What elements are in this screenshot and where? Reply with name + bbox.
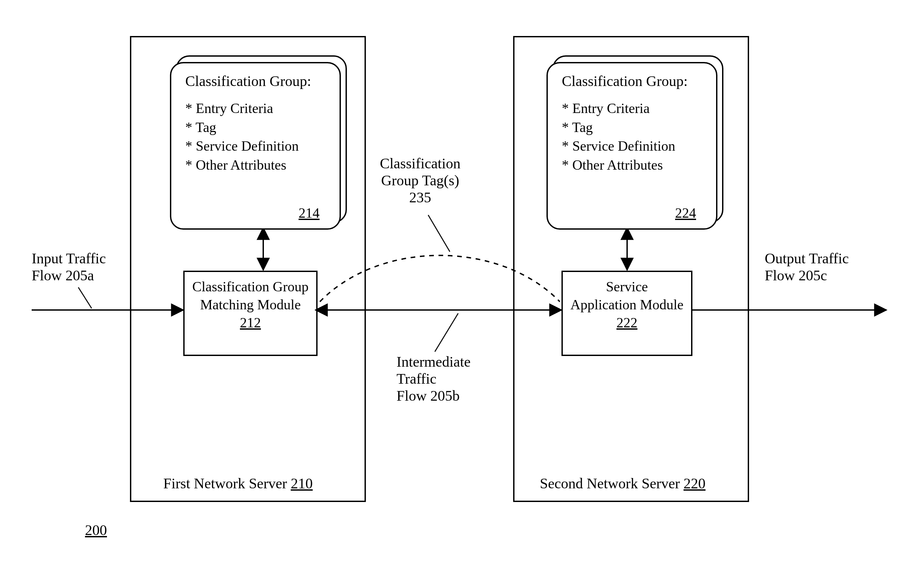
input-traffic-flow-label: Input Traffic Flow 205a (32, 250, 106, 284)
tags-l1: Classification (380, 155, 461, 172)
card-2-ref: 224 (675, 205, 696, 221)
module-2-line1: Service (563, 278, 691, 296)
second-network-server-label-text: Second Network Server (540, 475, 683, 492)
input-traffic-flow-l2: Flow 205a (32, 267, 106, 284)
card-2-item: * Service Definition (562, 137, 716, 156)
tags-l2: Group Tag(s) (380, 172, 461, 189)
module-2-ref: 222 (563, 314, 691, 332)
card-1-list: * Entry Criteria * Tag * Service Definit… (185, 99, 339, 175)
classification-group-matching-module: Classification Group Matching Module 212 (183, 271, 317, 356)
module-1-line1: Classification Group (184, 278, 316, 296)
diagram-canvas: Classification Group: * Entry Criteria *… (0, 0, 924, 573)
output-traffic-flow-l2: Flow 205c (765, 267, 849, 284)
card-2-item: * Tag (562, 118, 716, 137)
card-2-title: Classification Group: (562, 73, 716, 90)
card-1-item: * Other Attributes (185, 156, 339, 175)
card-2-item: * Other Attributes (562, 156, 716, 175)
service-application-module: Service Application Module 222 (561, 271, 693, 356)
module-2-line2: Application Module (563, 296, 691, 314)
classification-group-card-2: Classification Group: * Entry Criteria *… (546, 62, 718, 230)
intermediate-traffic-flow-label: Intermediate Traffic Flow 205b (397, 353, 471, 404)
tags-l3: 235 (380, 189, 461, 206)
card-2-item: * Entry Criteria (562, 99, 716, 118)
module-1-ref: 212 (184, 314, 316, 332)
module-1-line2: Matching Module (184, 296, 316, 314)
card-1-item: * Service Definition (185, 137, 339, 156)
intermediate-l2: Traffic (397, 370, 471, 387)
card-1-item: * Entry Criteria (185, 99, 339, 118)
input-traffic-flow-l1: Input Traffic (32, 250, 106, 267)
pointer-input-flow (78, 287, 92, 308)
card-1-ref: 214 (299, 205, 319, 221)
first-network-server-label: First Network Server 210 (163, 475, 313, 492)
second-network-server-ref: 220 (683, 475, 705, 492)
intermediate-l3: Flow 205b (397, 387, 471, 404)
output-traffic-flow-l1: Output Traffic (765, 250, 849, 267)
classification-group-tags-label: Classification Group Tag(s) 235 (380, 155, 461, 206)
pointer-intermediate (435, 313, 458, 352)
card-1-item: * Tag (185, 118, 339, 137)
figure-ref: 200 (85, 522, 107, 539)
classification-group-card-1: Classification Group: * Entry Criteria *… (170, 62, 341, 230)
pointer-tags (428, 215, 450, 252)
card-2-list: * Entry Criteria * Tag * Service Definit… (562, 99, 716, 175)
first-network-server-ref: 210 (291, 475, 313, 492)
second-network-server-label: Second Network Server 220 (540, 475, 705, 492)
output-traffic-flow-label: Output Traffic Flow 205c (765, 250, 849, 284)
card-1-title: Classification Group: (185, 73, 339, 90)
first-network-server-label-text: First Network Server (163, 475, 291, 492)
intermediate-l1: Intermediate (397, 353, 471, 370)
